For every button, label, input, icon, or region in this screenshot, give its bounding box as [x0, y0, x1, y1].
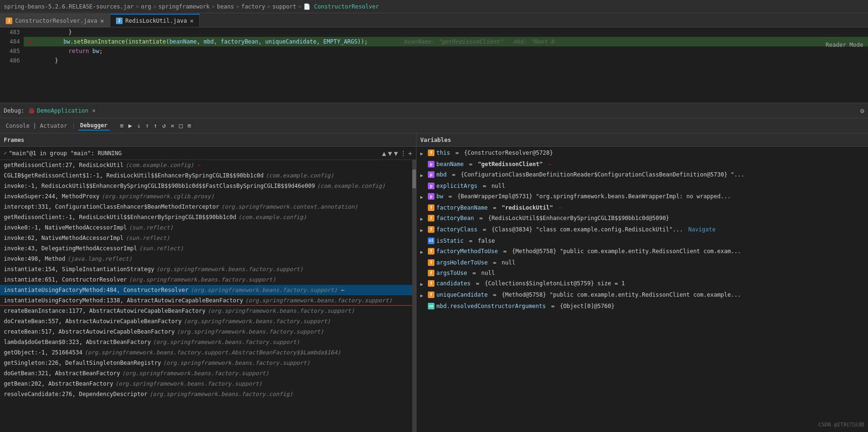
stack-method-8: invoke:43, DelegatingMethodAccessorImpl: [4, 245, 137, 252]
stack-item-8[interactable]: invoke:43, DelegatingMethodAccessorImpl …: [0, 243, 412, 254]
var-item-factorybeanname[interactable]: f factoryBeanName = "redisLockUtil" ←: [416, 203, 868, 213]
var-expand-mbd[interactable]: ▶: [420, 171, 426, 180]
thread-icon-up[interactable]: ▲: [382, 150, 386, 157]
toolbar-btn-run-to[interactable]: ↺: [160, 121, 168, 130]
var-expand-candidates[interactable]: ▶: [420, 280, 426, 289]
factorybeanname-arrow: ←: [558, 203, 562, 212]
stack-item-2[interactable]: invoke:-1, RedisLockUtil$$EnhancerBySpri…: [0, 181, 412, 191]
var-item-factorybean[interactable]: ▶ f factoryBean = {RedisLockUtil$$Enhanc…: [416, 213, 868, 224]
thread-icon-more[interactable]: ⋮: [400, 150, 407, 157]
stack-item-3[interactable]: invokeSuper:244, MethodProxy (org.spring…: [0, 191, 412, 202]
stack-item-20[interactable]: doGetBean:321, AbstractBeanFactory (org.…: [0, 368, 412, 379]
stack-method-7: invoke:62, NativeMethodAccessorImpl: [4, 234, 124, 242]
toolbar-btn-menu[interactable]: ≡: [118, 121, 126, 130]
toolbar-btn-evaluate[interactable]: ✕: [169, 121, 177, 130]
thread-label: "main"@1 in group "main": RUNNING: [9, 150, 122, 157]
toolbar-debugger[interactable]: Debugger: [78, 121, 109, 131]
breadcrumb-factory: factory: [241, 3, 266, 10]
stack-method-18: getObject:-1, 251664534: [4, 349, 82, 356]
var-item-candidates[interactable]: ▶ f candidates = {Collections$SingletonL…: [416, 278, 868, 290]
var-item-uniquecandidate[interactable]: ▶ f uniqueCandidate = {Method@5758} "pub…: [416, 290, 868, 301]
stack-item-1[interactable]: CGLIB$getRedissonClient$1:-1, RedisLockU…: [0, 170, 412, 181]
toolbar-btn-step-over[interactable]: ⇓: [135, 121, 142, 130]
toolbar-btn-settings[interactable]: ≡: [186, 121, 193, 130]
var-name-factorybeanname: factoryBeanName: [436, 203, 487, 212]
stack-item-5[interactable]: getRedissonClient:-1, RedisLockUtil$$Enh…: [0, 212, 412, 222]
var-icon-factorymethodtouse: f: [428, 248, 434, 255]
var-expand-bw[interactable]: ▶: [420, 193, 426, 202]
var-expand-uniquecandidate[interactable]: ▶: [420, 291, 426, 300]
var-name-factorybean: factoryBean: [436, 214, 474, 222]
thread-icon-down[interactable]: ▼: [388, 150, 392, 157]
var-item-argstouse[interactable]: f argsToUse = null: [416, 268, 868, 278]
var-item-isstatic[interactable]: oi isStatic = false: [416, 236, 868, 246]
stack-item-0[interactable]: getRedissonClient:27, RedisLockUtil (com…: [0, 160, 412, 170]
stack-item-10[interactable]: instantiate:154, SimpleInstantiationStra…: [0, 264, 412, 274]
tab-constructor-resolver[interactable]: J ConstructorResolver.java ×: [0, 14, 110, 27]
stack-item-7[interactable]: invoke:62, NativeMethodAccessorImpl (sun…: [0, 233, 412, 243]
debug-settings-icon[interactable]: ⚙: [860, 107, 864, 115]
var-item-this[interactable]: ▶ f this = {ConstructorResolver@5728}: [416, 148, 868, 159]
var-navigate-factoryclass[interactable]: Navigate: [685, 225, 716, 234]
var-expand-factorybean[interactable]: ▶: [420, 215, 426, 223]
stack-item-19[interactable]: getSingleton:226, DefaultSingletonBeanRe…: [0, 358, 412, 368]
tab-close-2[interactable]: ×: [190, 18, 194, 24]
tab-redis-lock[interactable]: J RedisLockUtil.java ×: [110, 14, 200, 27]
var-item-bw[interactable]: ▶ p bw = {BeanWrapperImpl@5731} "org.spr…: [416, 191, 868, 203]
stack-item-22[interactable]: resolveCandidate:276, DependencyDescript…: [0, 389, 412, 399]
thread-item: ✓ "main"@1 in group "main": RUNNING ▲ ▼ …: [0, 147, 416, 160]
stack-item-17[interactable]: lambda$doGetBean$0:323, AbstractBeanFact…: [0, 337, 412, 347]
var-item-beanname[interactable]: p beanName = "getRedissonClient" ←: [416, 159, 868, 169]
stack-item-18[interactable]: getObject:-1, 251664534 (org.springframe…: [0, 347, 412, 358]
stack-method-12: instantiateUsingFactoryMethod:484, Const…: [4, 286, 188, 294]
thread-icon-filter[interactable]: ▼: [394, 150, 398, 157]
stack-method-3: invokeSuper:244, MethodProxy: [4, 193, 99, 200]
toolbar-btn-table[interactable]: □: [177, 121, 185, 130]
var-item-explicitargs[interactable]: p explicitArgs = null: [416, 181, 868, 191]
var-item-factoryclass[interactable]: ▶ f factoryClass = {Class@3834} "class c…: [416, 224, 868, 236]
stack-item-12[interactable]: instantiateUsingFactoryMethod:484, Const…: [0, 285, 412, 295]
tab-close-1[interactable]: ×: [100, 18, 104, 24]
vars-list[interactable]: ▶ f this = {ConstructorResolver@5728} p …: [416, 147, 868, 432]
stack-list[interactable]: getRedissonClient:27, RedisLockUtil (com…: [0, 160, 412, 432]
var-eq-isstatic: =: [466, 237, 476, 245]
stack-item-13[interactable]: instantiateUsingFactoryMethod:1338, Abst…: [0, 295, 412, 306]
thread-icon-add[interactable]: +: [408, 150, 412, 157]
stack-item-15[interactable]: doCreateBean:557, AbstractAutowireCapabl…: [0, 316, 412, 326]
stack-pkg-17: (org.springframework.beans.factory.suppo…: [153, 338, 300, 346]
var-expand-factoryclass[interactable]: ▶: [420, 226, 426, 235]
line-num-484: 484: [0, 37, 20, 46]
var-item-mbd[interactable]: ▶ p mbd = {ConfigurationClassBeanDefinit…: [416, 169, 868, 181]
line-num-486: 486: [0, 56, 20, 65]
toolbar-btn-resume[interactable]: ▶: [126, 121, 134, 130]
breadcrumb: spring-beans-5.2.6.RELEASE-sources.jar >…: [0, 0, 868, 13]
var-item-resolvedargs[interactable]: oo mbd.resolvedConstructorArguments = {O…: [416, 301, 868, 311]
stack-item-16[interactable]: createBean:517, AbstractAutowireCapableB…: [0, 326, 412, 337]
breadcrumb-springframework: springframework: [159, 3, 210, 10]
left-scroll-thumb[interactable]: [412, 169, 416, 188]
debug-app-close[interactable]: ×: [92, 107, 96, 114]
left-scrollbar[interactable]: [412, 160, 416, 432]
var-expand-this[interactable]: ▶: [420, 150, 426, 158]
var-item-argsholdertouse[interactable]: f argsHolderToUse = null: [416, 257, 868, 268]
stack-item-4[interactable]: intercept:331, ConfigurationClassEnhance…: [0, 202, 412, 212]
code-line-483: }: [24, 27, 868, 37]
stack-item-14[interactable]: createBeanInstance:1177, AbstractAutowir…: [0, 306, 412, 316]
stack-method-6: invoke0:-1, NativeMethodAccessorImpl: [4, 224, 127, 231]
var-name-argsholdertouse: argsHolderToUse: [436, 258, 487, 267]
stack-item-11[interactable]: instantiate:651, ConstructorResolver (or…: [0, 274, 412, 285]
stack-arrow-12: ←: [341, 286, 345, 294]
toolbar-btn-step-out[interactable]: ↑: [152, 121, 159, 130]
stack-item-9[interactable]: invoke:498, Method (java.lang.reflect): [0, 254, 412, 264]
var-expand-factorymethodtouse[interactable]: ▶: [420, 248, 426, 256]
stack-method-20: doGetBean:321, AbstractBeanFactory: [4, 370, 120, 377]
toolbar-console[interactable]: Console | Actuator: [4, 122, 69, 130]
var-icon-beanname: p: [428, 161, 434, 168]
reader-mode-label[interactable]: Reader Mode: [826, 42, 863, 48]
stack-item-21[interactable]: getBean:202, AbstractBeanFactory (org.sp…: [0, 379, 412, 389]
var-item-factorymethodtouse[interactable]: ▶ f factoryMethodToUse = {Method@5758} "…: [416, 246, 868, 257]
stack-item-6[interactable]: invoke0:-1, NativeMethodAccessorImpl (su…: [0, 222, 412, 233]
debug-app[interactable]: 🐞 DemoApplication ×: [28, 107, 96, 114]
toolbar-btn-step-into[interactable]: ⇑: [143, 121, 151, 130]
var-eq-bw: =: [445, 192, 455, 201]
